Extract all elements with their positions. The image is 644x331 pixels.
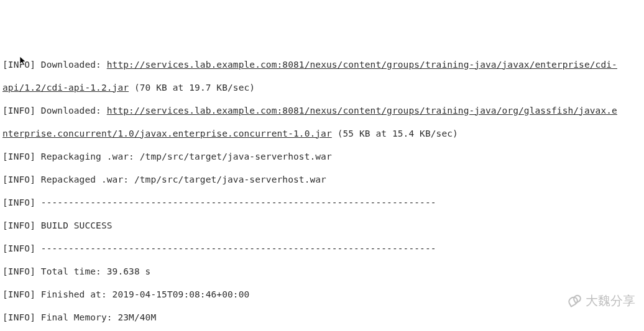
log-line: [INFO] Final Memory: 23M/40M [2,312,642,324]
terminal-output[interactable]: [INFO] Downloaded: http://services.lab.e… [0,46,644,331]
log-line: api/1.2/cdi-api-1.2.jar (70 KB at 19.7 K… [2,82,642,94]
download-url[interactable]: nterprise.concurrent/1.0/javax.enterpris… [2,129,332,138]
log-line: [INFO] Repackaging .war: /tmp/src/target… [2,151,642,163]
download-url[interactable]: http://services.lab.example.com:8081/nex… [107,60,617,70]
log-line: [INFO] BUILD SUCCESS [2,220,642,232]
log-line: [INFO] ---------------------------------… [2,197,642,209]
log-suffix: (70 KB at 19.7 KB/sec) [129,83,255,93]
log-line: [INFO] Repackaged .war: /tmp/src/target/… [2,174,642,186]
log-line: [INFO] Downloaded: http://services.lab.e… [2,105,642,117]
log-line: [INFO] Downloaded: http://services.lab.e… [2,59,642,71]
download-url[interactable]: api/1.2/cdi-api-1.2.jar [2,83,129,93]
log-prefix: [INFO] Downloaded: [2,106,107,116]
mouse-pointer-icon [19,33,29,43]
log-line: [INFO] Total time: 39.638 s [2,266,642,278]
log-line: [INFO] Finished at: 2019-04-15T09:08:46+… [2,289,642,301]
log-line: [INFO] ---------------------------------… [2,243,642,255]
log-prefix: [INFO] Downloaded: [2,60,107,70]
log-suffix: (55 KB at 15.4 KB/sec) [332,129,458,138]
download-url[interactable]: http://services.lab.example.com:8081/nex… [107,106,617,116]
log-line: nterprise.concurrent/1.0/javax.enterpris… [2,128,642,140]
